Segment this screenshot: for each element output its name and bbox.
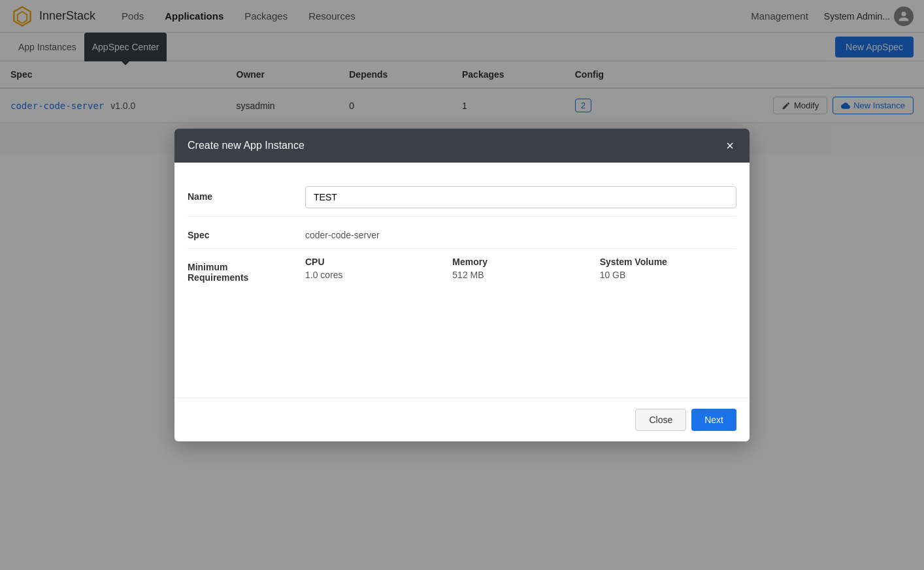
volume-label: System Volume (600, 257, 736, 267)
modal-body: Name Spec coder-code-server MinimumRequi… (174, 163, 750, 398)
min-req-label: MinimumRequirements (188, 257, 305, 283)
req-cpu: CPU 1.0 cores (305, 257, 442, 280)
modal-name-row: Name (188, 178, 736, 217)
memory-value: 512 MB (452, 270, 589, 280)
modal: Create new App Instance × Name Spec code… (174, 129, 750, 441)
name-input-wrapper (305, 186, 736, 208)
cpu-label: CPU (305, 257, 442, 267)
volume-value: 10 GB (600, 270, 736, 280)
memory-label: Memory (452, 257, 589, 267)
modal-overlay: Create new App Instance × Name Spec code… (0, 0, 924, 570)
modal-spec-row: Spec coder-code-server (188, 217, 736, 249)
modal-title: Create new App Instance (188, 140, 305, 151)
requirements-grid: CPU 1.0 cores Memory 512 MB System Volum… (305, 257, 736, 280)
name-label: Name (188, 186, 305, 202)
req-memory: Memory 512 MB (452, 257, 589, 280)
spec-label: Spec (188, 225, 305, 240)
modal-requirements-row: MinimumRequirements CPU 1.0 cores Memory… (188, 249, 736, 291)
modal-footer: Close Next (174, 398, 750, 441)
modal-close-button[interactable]: × (723, 139, 736, 152)
modal-header: Create new App Instance × (174, 129, 750, 163)
next-button[interactable]: Next (691, 409, 736, 431)
cpu-value: 1.0 cores (305, 270, 442, 280)
name-input[interactable] (305, 186, 736, 208)
req-volume: System Volume 10 GB (600, 257, 736, 280)
spec-value: coder-code-server (305, 225, 736, 240)
close-button[interactable]: Close (635, 409, 686, 431)
